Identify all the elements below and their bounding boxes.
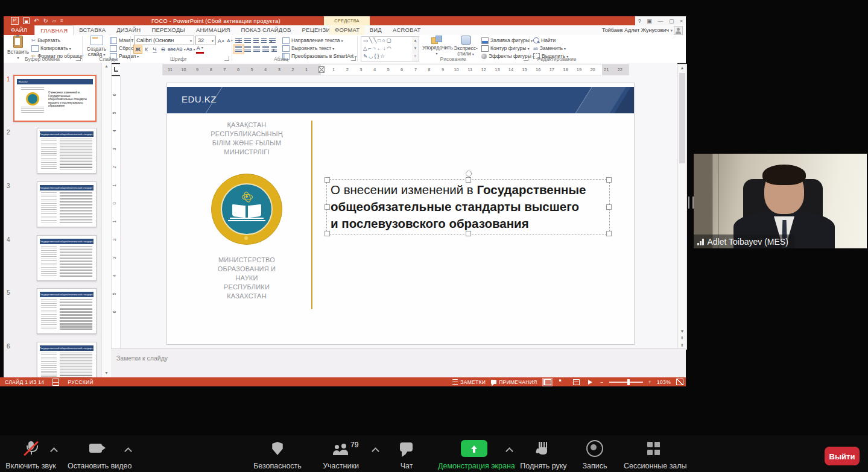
character-spacing-button[interactable]: АВ [176,45,186,53]
align-center-icon[interactable] [244,46,251,52]
underline-button[interactable]: Ч [151,45,159,53]
columns-icon[interactable] [271,46,277,52]
shrink-font-button[interactable]: А▼ [226,37,234,45]
ribbon-display-button[interactable]: ▣ [647,18,652,24]
help-button[interactable]: ? [638,18,641,24]
scroll-down-icon[interactable]: ▼ [102,371,111,375]
tab-acrobat[interactable]: ACROBAT [387,25,426,35]
resize-handle-sw[interactable] [325,231,330,236]
resize-handle-nw[interactable] [325,177,330,183]
theme-icon[interactable] [52,379,59,386]
resize-handle-n[interactable] [466,177,471,183]
save-icon[interactable] [23,17,30,24]
shape-outline-button[interactable]: Контур фигуры [481,45,529,52]
panel-drag-handle[interactable] [688,197,694,209]
minimize-button[interactable]: — [657,18,663,24]
fit-to-window-icon[interactable] [676,379,683,385]
paragraph-dialog-launcher[interactable] [351,56,356,61]
leave-meeting-button[interactable]: Выйти [825,447,860,465]
font-color-button[interactable]: А [196,44,204,54]
strikethrough-button[interactable]: S [159,45,167,53]
participant-video[interactable]: Adlet Toibayev (MES) [694,154,867,248]
editor-scrollbar[interactable]: ▲ ▼ ⇞ ⇟ [677,64,687,350]
horizontal-ruler[interactable]: 1110987654321123456789101112131415161718… [162,64,629,75]
increase-indent-icon[interactable] [261,38,267,43]
tab-transitions[interactable]: ПЕРЕХОДЫ [146,25,190,35]
slide-thumbnail[interactable]: Государственный общеобязательный стандар… [37,288,97,334]
new-slide-button[interactable]: Создать слайд [84,36,109,58]
tab-animations[interactable]: АНИМАЦИЯ [191,25,236,35]
tab-view[interactable]: ВИД [364,25,387,35]
line-spacing-icon[interactable] [269,38,276,43]
tab-design[interactable]: ДИЗАЙН [111,25,146,35]
thumbnails-scrollbar[interactable]: ▲ ▼ [101,63,112,377]
zoom-out-button[interactable]: − [601,379,604,385]
grow-font-button[interactable]: А▲ [217,37,225,45]
shapes-gallery-scroll[interactable]: ▲▼≡ [412,36,419,61]
undo-icon[interactable]: ↶ [34,17,39,25]
zoom-slider-thumb[interactable] [627,379,630,385]
numbering-icon[interactable] [244,38,251,43]
align-text-button[interactable]: Выровнять текст [282,45,334,52]
justify-icon[interactable] [262,46,269,52]
slide-thumbnail[interactable]: Государственный общеобязательный стандар… [37,181,97,227]
tab-home[interactable]: ГЛАВНАЯ [34,25,74,35]
toolbar-record-button[interactable]: Запись [565,439,625,470]
zoom-in-button[interactable]: + [648,379,651,385]
toolbar-chat-button[interactable]: Чат [376,439,437,470]
toolbar-share-button[interactable]: Демонстрация экрана [438,439,510,470]
toolbar-stop-video-button[interactable]: Остановить видео [68,439,128,470]
qat-menu-icon[interactable]: ≡ [60,17,63,25]
notes-toggle[interactable]: ЗАМЕТКИ [452,379,486,385]
slide-thumbnail[interactable]: Государственный общеобязательный стандар… [37,235,97,281]
decrease-indent-icon[interactable] [253,38,259,43]
text-direction-button[interactable]: Направление текста [282,37,343,44]
slide-thumbnail[interactable]: Государственный общеобязательный стандар… [37,128,97,174]
shape-fill-button[interactable]: Заливка фигуры [481,37,533,44]
tab-format[interactable]: ФОРМАТ [329,25,365,35]
layout-button[interactable]: Макет [110,37,136,44]
font-dialog-launcher[interactable] [224,56,229,61]
italic-button[interactable]: К [142,45,150,53]
restore-button[interactable]: ▢ [669,18,674,24]
tab-insert[interactable]: ВСТАВКА [74,25,111,35]
zoom-percentage[interactable]: 103% [657,379,671,385]
quick-styles-button[interactable]: Экспресс- стили [452,36,479,57]
toolbar-security-button[interactable]: Безопасность [247,439,308,470]
text-shadow-button[interactable]: abc [168,45,176,53]
vertical-ruler[interactable]: 6543210123456 [111,76,121,350]
reading-view-button[interactable] [572,379,581,386]
slide-canvas[interactable]: EDU.KZ ҚАЗАҚСТАН РЕСПУБЛИКАСЫНЫҢ БІЛІМ Ж… [166,83,635,345]
comments-toggle[interactable]: ПРИМЕЧАНИЯ [491,379,537,385]
drawing-dialog-launcher[interactable] [524,56,528,61]
change-case-button[interactable]: Аа [186,45,195,53]
avatar[interactable] [674,26,683,35]
start-slideshow-icon[interactable]: ▱ [52,17,56,25]
next-slide-icon[interactable]: ⇟ [678,343,686,348]
rotation-handle[interactable] [466,171,472,177]
slideshow-view-button[interactable] [586,379,595,386]
scroll-down-icon[interactable]: ▼ [678,329,686,333]
replace-button[interactable]: abЗаменить [533,45,566,52]
shapes-gallery[interactable]: ▭╲╲□○▢ △⌐¬←↓◠ ✎◡{}☆ [361,36,416,61]
bullets-icon[interactable] [235,38,242,43]
scroll-up-icon[interactable]: ▲ [102,64,111,68]
slide-thumbnail[interactable]: Государственный общеобязательный стандар… [37,342,97,377]
find-button[interactable]: Найти [533,37,556,44]
font-name-select[interactable]: Calibri (Основн▾ [134,36,194,45]
copy-button[interactable]: Копировать [31,45,71,52]
resize-handle-e[interactable] [606,204,612,210]
toolbar-breakout-button[interactable]: Сессионные залы [624,439,684,470]
scrollbar-thumb[interactable] [679,73,685,163]
toolbar-participants-button[interactable]: 79Участники [305,439,377,470]
align-right-icon[interactable] [253,46,260,52]
previous-slide-icon[interactable]: ⇞ [678,336,686,341]
clipboard-dialog-launcher[interactable] [76,56,81,61]
language-indicator[interactable]: РУССКИЙ [68,379,93,385]
arrange-button[interactable]: Упорядочить [422,36,451,57]
zoom-slider[interactable] [609,382,643,383]
bold-button[interactable]: Ж [134,45,142,53]
tab-file[interactable]: ФАЙЛ [4,25,34,35]
resize-handle-s[interactable] [466,231,471,236]
tab-slideshow[interactable]: ПОКАЗ СЛАЙДОВ [236,25,297,35]
